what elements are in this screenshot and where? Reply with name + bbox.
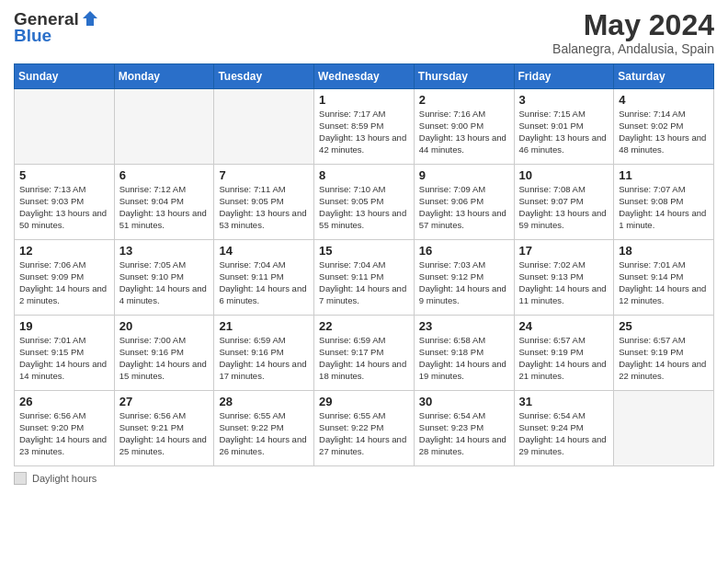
day-info: Sunrise: 7:06 AM Sunset: 9:09 PM Dayligh… [19, 259, 109, 306]
calendar-cell: 27Sunrise: 6:56 AM Sunset: 9:21 PM Dayli… [114, 391, 214, 466]
calendar-cell: 19Sunrise: 7:01 AM Sunset: 9:15 PM Dayli… [15, 316, 115, 391]
day-info: Sunrise: 7:13 AM Sunset: 9:03 PM Dayligh… [19, 184, 109, 231]
col-header-sunday: Sunday [15, 64, 115, 89]
day-info: Sunrise: 6:58 AM Sunset: 9:18 PM Dayligh… [419, 335, 509, 382]
logo-icon [81, 9, 99, 28]
day-number: 9 [419, 168, 509, 182]
calendar-cell: 14Sunrise: 7:04 AM Sunset: 9:11 PM Dayli… [214, 240, 314, 316]
calendar-cell: 7Sunrise: 7:11 AM Sunset: 9:05 PM Daylig… [214, 165, 314, 240]
day-number: 7 [219, 168, 309, 182]
calendar-cell [214, 89, 314, 165]
day-number: 27 [119, 395, 210, 408]
day-number: 10 [519, 168, 609, 182]
day-number: 29 [319, 395, 409, 408]
day-number: 6 [119, 168, 210, 182]
location: Balanegra, Andalusia, Spain [552, 41, 714, 56]
day-number: 17 [519, 244, 609, 258]
title-block: May 2024 Balanegra, Andalusia, Spain [552, 9, 714, 56]
day-number: 20 [119, 319, 210, 333]
day-number: 30 [419, 395, 509, 408]
day-number: 24 [519, 319, 609, 333]
day-number: 25 [619, 319, 709, 333]
day-info: Sunrise: 7:01 AM Sunset: 9:15 PM Dayligh… [19, 335, 109, 382]
day-info: Sunrise: 7:01 AM Sunset: 9:14 PM Dayligh… [619, 259, 709, 306]
day-info: Sunrise: 7:02 AM Sunset: 9:13 PM Dayligh… [519, 259, 609, 306]
calendar-cell: 5Sunrise: 7:13 AM Sunset: 9:03 PM Daylig… [15, 165, 115, 240]
day-number: 26 [19, 395, 109, 408]
day-info: Sunrise: 6:59 AM Sunset: 9:16 PM Dayligh… [219, 335, 309, 382]
day-info: Sunrise: 7:03 AM Sunset: 9:12 PM Dayligh… [419, 259, 509, 306]
calendar-cell: 8Sunrise: 7:10 AM Sunset: 9:05 PM Daylig… [314, 165, 415, 240]
day-number: 14 [219, 244, 309, 258]
day-info: Sunrise: 7:15 AM Sunset: 9:01 PM Dayligh… [519, 109, 609, 155]
calendar-cell [614, 391, 714, 466]
footer-box [14, 472, 27, 485]
col-header-tuesday: Tuesday [214, 64, 314, 89]
calendar-cell: 17Sunrise: 7:02 AM Sunset: 9:13 PM Dayli… [514, 240, 614, 316]
col-header-friday: Friday [514, 64, 614, 89]
day-info: Sunrise: 7:05 AM Sunset: 9:10 PM Dayligh… [119, 259, 210, 306]
page-header: General Blue May 2024 Balanegra, Andalus… [14, 9, 714, 56]
calendar-cell: 13Sunrise: 7:05 AM Sunset: 9:10 PM Dayli… [114, 240, 214, 316]
calendar-cell: 23Sunrise: 6:58 AM Sunset: 9:18 PM Dayli… [414, 316, 514, 391]
calendar-cell: 25Sunrise: 6:57 AM Sunset: 9:19 PM Dayli… [614, 316, 714, 391]
day-number: 11 [619, 168, 709, 182]
calendar-cell: 31Sunrise: 6:54 AM Sunset: 9:24 PM Dayli… [514, 391, 614, 466]
calendar-cell: 12Sunrise: 7:06 AM Sunset: 9:09 PM Dayli… [15, 240, 115, 316]
col-header-wednesday: Wednesday [314, 64, 415, 89]
day-number: 31 [519, 395, 609, 408]
calendar-cell: 4Sunrise: 7:14 AM Sunset: 9:02 PM Daylig… [614, 89, 714, 165]
day-number: 15 [319, 244, 409, 258]
footer: Daylight hours [14, 472, 714, 485]
calendar-cell: 28Sunrise: 6:55 AM Sunset: 9:22 PM Dayli… [214, 391, 314, 466]
calendar-cell: 29Sunrise: 6:55 AM Sunset: 9:22 PM Dayli… [314, 391, 415, 466]
calendar-week-1: 5Sunrise: 7:13 AM Sunset: 9:03 PM Daylig… [15, 165, 714, 240]
day-info: Sunrise: 6:54 AM Sunset: 9:23 PM Dayligh… [419, 410, 509, 457]
day-number: 12 [19, 244, 109, 258]
calendar-week-2: 12Sunrise: 7:06 AM Sunset: 9:09 PM Dayli… [15, 240, 714, 316]
day-info: Sunrise: 7:16 AM Sunset: 9:00 PM Dayligh… [419, 109, 509, 155]
calendar-cell: 16Sunrise: 7:03 AM Sunset: 9:12 PM Dayli… [414, 240, 514, 316]
day-info: Sunrise: 6:54 AM Sunset: 9:24 PM Dayligh… [519, 410, 609, 457]
day-info: Sunrise: 6:56 AM Sunset: 9:21 PM Dayligh… [119, 410, 210, 457]
day-number: 4 [619, 93, 709, 107]
day-info: Sunrise: 6:55 AM Sunset: 9:22 PM Dayligh… [319, 410, 409, 457]
day-info: Sunrise: 6:56 AM Sunset: 9:20 PM Dayligh… [19, 410, 109, 457]
day-info: Sunrise: 7:10 AM Sunset: 9:05 PM Dayligh… [319, 184, 409, 231]
day-info: Sunrise: 7:04 AM Sunset: 9:11 PM Dayligh… [319, 259, 409, 306]
month-title: May 2024 [552, 9, 714, 41]
svg-marker-0 [83, 11, 97, 26]
calendar-week-0: 1Sunrise: 7:17 AM Sunset: 8:59 PM Daylig… [15, 89, 714, 165]
calendar-cell [15, 89, 115, 165]
col-header-monday: Monday [114, 64, 214, 89]
day-info: Sunrise: 6:57 AM Sunset: 9:19 PM Dayligh… [619, 335, 709, 382]
day-info: Sunrise: 7:08 AM Sunset: 9:07 PM Dayligh… [519, 184, 609, 231]
day-number: 13 [119, 244, 210, 258]
day-info: Sunrise: 7:04 AM Sunset: 9:11 PM Dayligh… [219, 259, 309, 306]
day-number: 19 [19, 319, 109, 333]
day-number: 8 [319, 168, 409, 182]
calendar-cell: 11Sunrise: 7:07 AM Sunset: 9:08 PM Dayli… [614, 165, 714, 240]
day-info: Sunrise: 7:17 AM Sunset: 8:59 PM Dayligh… [319, 109, 409, 155]
logo: General Blue [14, 9, 99, 46]
day-info: Sunrise: 6:55 AM Sunset: 9:22 PM Dayligh… [219, 410, 309, 457]
calendar-cell: 30Sunrise: 6:54 AM Sunset: 9:23 PM Dayli… [414, 391, 514, 466]
day-number: 22 [319, 319, 409, 333]
calendar-cell: 22Sunrise: 6:59 AM Sunset: 9:17 PM Dayli… [314, 316, 415, 391]
day-number: 23 [419, 319, 509, 333]
calendar-cell [114, 89, 214, 165]
col-header-thursday: Thursday [414, 64, 514, 89]
day-info: Sunrise: 6:57 AM Sunset: 9:19 PM Dayligh… [519, 335, 609, 382]
day-info: Sunrise: 6:59 AM Sunset: 9:17 PM Dayligh… [319, 335, 409, 382]
calendar-cell: 15Sunrise: 7:04 AM Sunset: 9:11 PM Dayli… [314, 240, 415, 316]
calendar-week-4: 26Sunrise: 6:56 AM Sunset: 9:20 PM Dayli… [15, 391, 714, 466]
calendar-header-row: SundayMondayTuesdayWednesdayThursdayFrid… [15, 64, 714, 89]
day-number: 21 [219, 319, 309, 333]
day-info: Sunrise: 7:09 AM Sunset: 9:06 PM Dayligh… [419, 184, 509, 231]
calendar-table: SundayMondayTuesdayWednesdayThursdayFrid… [14, 63, 714, 466]
calendar-cell: 9Sunrise: 7:09 AM Sunset: 9:06 PM Daylig… [414, 165, 514, 240]
day-number: 3 [519, 93, 609, 107]
day-number: 2 [419, 93, 509, 107]
calendar-week-3: 19Sunrise: 7:01 AM Sunset: 9:15 PM Dayli… [15, 316, 714, 391]
calendar-cell: 18Sunrise: 7:01 AM Sunset: 9:14 PM Dayli… [614, 240, 714, 316]
